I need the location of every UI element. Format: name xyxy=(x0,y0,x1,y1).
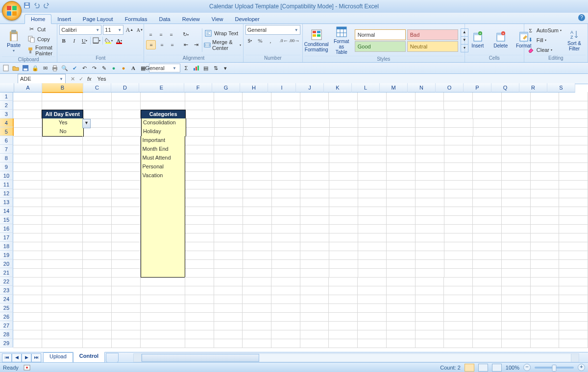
percent-icon[interactable]: % xyxy=(256,36,265,45)
cell[interactable] xyxy=(243,171,272,181)
col-header-Q[interactable]: Q xyxy=(491,83,519,93)
cell[interactable] xyxy=(84,127,113,137)
cell[interactable] xyxy=(243,277,271,286)
col-header-B[interactable]: B xyxy=(42,83,83,93)
cell[interactable] xyxy=(444,339,473,348)
cell[interactable] xyxy=(444,277,473,286)
cell[interactable] xyxy=(185,303,214,313)
row-header[interactable]: 6 xyxy=(0,136,13,145)
cell[interactable] xyxy=(473,136,502,145)
horizontal-scrollbar[interactable] xyxy=(133,353,579,362)
format-painter-button[interactable]: Format Painter xyxy=(27,45,55,56)
cell[interactable] xyxy=(559,321,588,330)
cell[interactable] xyxy=(416,101,444,110)
number-format2-combo[interactable]: General▼ xyxy=(149,64,180,72)
cell[interactable] xyxy=(83,163,112,172)
cell[interactable] xyxy=(416,171,444,181)
cell[interactable] xyxy=(13,259,42,269)
cell[interactable] xyxy=(185,198,214,207)
cell[interactable] xyxy=(42,101,83,110)
cell[interactable] xyxy=(112,154,141,163)
cell[interactable] xyxy=(300,189,329,198)
cell[interactable] xyxy=(243,259,272,269)
cell[interactable] xyxy=(329,163,358,172)
cell[interactable] xyxy=(387,163,416,172)
cell[interactable] xyxy=(272,215,301,225)
cell[interactable] xyxy=(112,295,141,304)
cell[interactable] xyxy=(271,312,300,322)
cell[interactable]: No xyxy=(42,127,83,137)
cell[interactable] xyxy=(42,198,83,207)
cell[interactable] xyxy=(214,92,243,101)
cell[interactable] xyxy=(300,277,329,286)
cell[interactable] xyxy=(272,259,301,269)
align-right-icon[interactable]: ≡ xyxy=(168,41,176,49)
cancel-icon[interactable]: ✕ xyxy=(71,76,75,82)
last-sheet-icon[interactable]: ⏭ xyxy=(31,353,41,362)
cell[interactable] xyxy=(502,145,531,154)
col-header-H[interactable]: H xyxy=(240,83,268,93)
cell[interactable] xyxy=(243,189,272,198)
cell[interactable] xyxy=(559,251,588,260)
cell[interactable] xyxy=(559,127,588,137)
cell[interactable] xyxy=(358,171,387,181)
style-bad[interactable]: Bad xyxy=(407,29,458,40)
cell[interactable] xyxy=(416,268,444,278)
cell[interactable] xyxy=(329,110,358,119)
cell[interactable] xyxy=(329,92,358,101)
cell[interactable] xyxy=(473,171,502,181)
cell[interactable] xyxy=(329,251,358,260)
cell[interactable] xyxy=(444,171,473,181)
row-header[interactable]: 29 xyxy=(0,339,13,348)
cell[interactable] xyxy=(13,286,42,295)
cell[interactable] xyxy=(416,286,444,295)
cell[interactable] xyxy=(416,251,444,260)
cell[interactable] xyxy=(416,154,444,163)
cell[interactable] xyxy=(416,321,444,330)
page-break-view-icon[interactable] xyxy=(492,364,502,372)
prev-sheet-icon[interactable]: ◀ xyxy=(12,353,22,362)
cell[interactable] xyxy=(13,136,42,145)
cell[interactable] xyxy=(272,189,301,198)
cell[interactable] xyxy=(416,163,444,172)
cell[interactable] xyxy=(416,110,444,119)
align-bottom-icon[interactable]: ≡ xyxy=(167,30,175,39)
cell[interactable] xyxy=(358,295,387,304)
decrease-decimal-icon[interactable]: .00→ xyxy=(290,36,299,45)
cell[interactable] xyxy=(300,145,329,154)
cell[interactable] xyxy=(185,295,214,304)
row-header[interactable]: 12 xyxy=(0,189,13,198)
cell[interactable] xyxy=(502,233,531,242)
cell[interactable] xyxy=(502,136,531,145)
cell[interactable] xyxy=(185,163,214,172)
cell[interactable] xyxy=(301,110,330,119)
cell[interactable] xyxy=(214,268,243,278)
cell[interactable] xyxy=(387,92,416,101)
cell[interactable] xyxy=(272,163,301,172)
cell[interactable] xyxy=(531,101,560,110)
row-header[interactable]: 19 xyxy=(0,251,13,259)
cell[interactable] xyxy=(387,339,416,348)
cell[interactable] xyxy=(444,207,473,216)
cell[interactable] xyxy=(330,118,359,128)
cell[interactable] xyxy=(416,295,444,304)
cell[interactable] xyxy=(42,180,83,189)
cell[interactable] xyxy=(214,207,243,216)
cell[interactable] xyxy=(444,101,473,110)
cell[interactable] xyxy=(214,330,243,339)
wrap-text-button[interactable]: Wrap Text xyxy=(204,29,241,38)
cell[interactable] xyxy=(329,259,358,269)
cell[interactable] xyxy=(83,136,112,145)
cell[interactable] xyxy=(272,207,301,216)
row-header[interactable]: 21 xyxy=(0,268,13,277)
row-header[interactable]: 13 xyxy=(0,198,13,207)
cell[interactable] xyxy=(502,259,531,269)
cell[interactable] xyxy=(271,92,300,101)
formula-input[interactable]: Yes xyxy=(95,76,588,82)
cell[interactable] xyxy=(473,330,502,339)
cell[interactable] xyxy=(112,171,141,181)
zoom-in-icon[interactable]: + xyxy=(578,364,585,371)
cell[interactable] xyxy=(13,215,42,225)
cell[interactable] xyxy=(444,268,473,278)
delete-cells-button[interactable]: ×Delete xyxy=(490,30,512,49)
